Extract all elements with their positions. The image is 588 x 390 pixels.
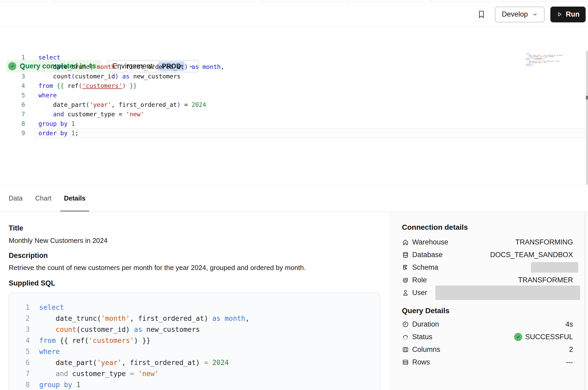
tab-data[interactable]: Data	[5, 185, 26, 212]
code-text: date_trunc('month', first_ordered_at) as…	[39, 313, 249, 324]
code-text: date_part('year', first_ordered_at) = 20…	[38, 100, 206, 109]
database-icon	[402, 251, 409, 258]
query-detail-row-label: Rows	[412, 358, 430, 366]
redacted-value	[435, 286, 580, 300]
table-column-divider	[54, 0, 54, 2]
title-heading: Title	[9, 224, 23, 232]
editor-minimap[interactable]: 1select2 date_trunc('month', first_order…	[526, 53, 573, 66]
code-text: and customer_type = 'new'	[38, 109, 144, 119]
code-text: from {{ ref('customers') }}	[38, 81, 137, 91]
query-details-heading: Query Details	[402, 307, 450, 315]
code-text: and customer_type = 'new'	[39, 368, 159, 379]
table-column-divider	[502, 0, 503, 2]
connection-row-value: TRANSFORMER	[518, 276, 573, 284]
code-text: count(customer_id) as new_customers	[38, 72, 181, 81]
sql-editor[interactable]: Query completed in 4s Environment: PROD …	[0, 27, 588, 185]
line-number: 5	[9, 346, 30, 357]
line-number: 4	[0, 81, 25, 91]
chevron-down-icon	[532, 12, 538, 17]
line-number: 3	[9, 324, 30, 335]
code-text: where	[39, 346, 60, 357]
query-details-rows: Duration4sStatusSUCCESSFULColumns2Rows--…	[402, 318, 573, 368]
code-text: where	[38, 91, 57, 100]
develop-button-label: Develop	[502, 10, 528, 18]
connection-details-heading: Connection details	[402, 223, 468, 232]
develop-button[interactable]: Develop	[495, 7, 544, 22]
code-line-8[interactable]: 8group by 1	[0, 119, 588, 128]
query-detail-row-value: 4s	[565, 320, 573, 328]
line-number: 8	[0, 119, 25, 128]
code-text: from {{ ref('customers') }}	[39, 335, 151, 346]
line-number: 7	[0, 109, 25, 119]
connection-row-value-text: TRANSFORMER	[518, 276, 573, 284]
line-number: 1	[0, 53, 25, 62]
toolbar: Develop Run	[0, 2, 588, 27]
query-detail-row-value: SUCCESSFUL	[514, 333, 573, 341]
query-detail-row-value-text: SUCCESSFUL	[525, 333, 573, 341]
code-line-4[interactable]: 4from {{ ref('customers') }}	[0, 81, 588, 91]
connection-row-label: User	[412, 289, 427, 297]
query-detail-row-label: Status	[412, 333, 432, 341]
code-line-7: 7 and customer_type = 'new'	[9, 368, 380, 379]
code-line-3: 3 count(customer_id) as new_customers	[9, 324, 380, 335]
tab-chart[interactable]: Chart	[32, 185, 55, 212]
line-number: 6	[0, 100, 25, 109]
query-detail-row-value: 2	[569, 346, 573, 354]
tab-details[interactable]: Details	[60, 185, 89, 212]
query-detail-row-status: StatusSUCCESSFUL	[402, 331, 573, 343]
scrollbar-thumb[interactable]	[586, 96, 588, 99]
schema-icon	[402, 264, 409, 271]
connection-row-value: DOCS_TEAM_SANDBOX	[490, 251, 573, 259]
role-icon	[402, 277, 409, 284]
rows-icon	[402, 359, 409, 366]
bookmark-icon[interactable]	[477, 9, 486, 19]
code-line-7[interactable]: 7 and customer_type = 'new'	[0, 109, 588, 119]
query-detail-row-label: Columns	[412, 346, 440, 354]
query-detail-row-value: ---	[566, 358, 573, 366]
connection-row-value	[531, 262, 573, 273]
code-line-1[interactable]: 1select	[0, 53, 588, 62]
table-column-divider	[139, 0, 139, 2]
warehouse-icon	[402, 239, 409, 246]
code-text: order by 1;	[38, 128, 78, 138]
code-line-2[interactable]: 2 date_trunc('month', first_ordered_at) …	[0, 62, 588, 72]
connection-row-schema: Schema	[402, 261, 573, 274]
code-line-9: 9order by 1;	[526, 65, 573, 66]
description-heading: Description	[9, 252, 48, 260]
success-check-icon	[514, 333, 522, 341]
code-line-2: 2 date_trunc('month', first_ordered_at) …	[9, 313, 380, 324]
code-line-3[interactable]: 3 count(customer_id) as new_customers	[0, 72, 588, 81]
code-text: select	[39, 302, 64, 313]
code-text: select	[38, 53, 60, 62]
query-detail-row-duration: Duration4s	[402, 318, 573, 331]
panel-scrollbar-track[interactable]	[585, 213, 585, 390]
line-number: 2	[0, 62, 25, 72]
status-icon	[402, 333, 409, 341]
connection-row-warehouse: WarehouseTRANSFORMING	[402, 236, 573, 248]
run-button-label: Run	[566, 10, 580, 18]
table-column-divider	[347, 0, 347, 2]
connection-row-label: Schema	[412, 263, 438, 272]
editor-scrollbar[interactable]	[586, 51, 588, 185]
line-number: 6	[9, 357, 30, 368]
connection-row-label: Warehouse	[412, 238, 448, 246]
active-line-highlight	[34, 128, 585, 138]
columns-icon	[402, 346, 409, 353]
title-value: Monthly New Customers in 2024	[9, 237, 108, 245]
run-button[interactable]: Run	[550, 7, 586, 22]
line-number: 7	[9, 368, 30, 379]
code-text: date_trunc('month', first_ordered_at) as…	[38, 62, 224, 72]
duration-icon	[402, 321, 409, 328]
line-number: 9	[0, 128, 25, 138]
code-line-5: 5where	[9, 346, 380, 357]
description-value: Retrieve the count of new customers per …	[9, 264, 306, 272]
code-line-6[interactable]: 6 date_part('year', first_ordered_at) = …	[0, 100, 588, 109]
code-line-9[interactable]: 9order by 1;	[0, 128, 588, 138]
line-number: 2	[9, 313, 30, 324]
query-detail-row-columns: Columns2	[402, 343, 573, 356]
connection-row-value: TRANSFORMING	[515, 238, 573, 246]
code-text: order by 1;	[526, 65, 534, 66]
editor-code-area[interactable]: 1select2 date_trunc('month', first_order…	[0, 53, 588, 138]
table-column-divider	[431, 0, 431, 2]
code-line-5[interactable]: 5where	[0, 91, 588, 100]
